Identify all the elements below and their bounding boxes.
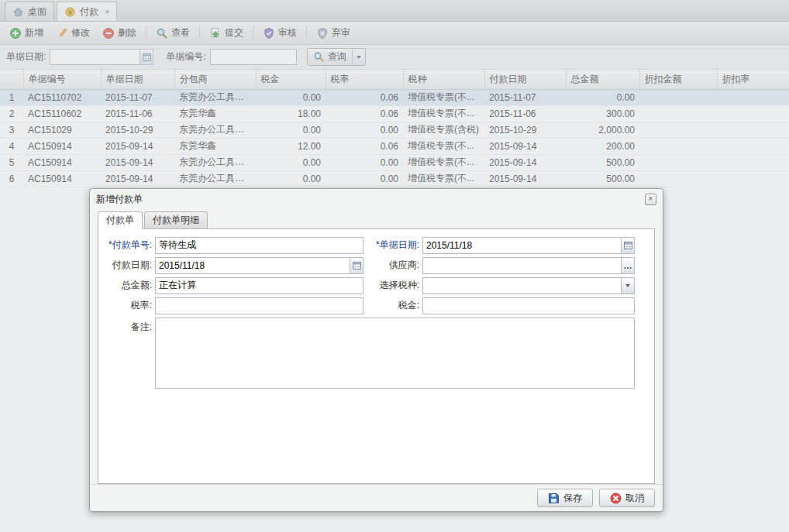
dialog-title: 新增付款单 xyxy=(96,193,645,206)
chevron-down-icon xyxy=(625,284,630,287)
tax-amount-input[interactable] xyxy=(422,297,635,314)
save-button[interactable]: 保存 xyxy=(537,489,593,507)
remark-textarea[interactable] xyxy=(155,317,635,389)
cancel-icon xyxy=(610,493,622,504)
save-icon xyxy=(548,493,560,504)
dialog-header[interactable]: 新增付款单 × xyxy=(90,189,663,210)
dialog-footer: 保存 取消 xyxy=(90,484,663,511)
supplier-input[interactable] xyxy=(422,257,621,274)
save-button-label: 保存 xyxy=(563,492,582,505)
tax-type-input[interactable] xyxy=(422,277,621,294)
close-icon: × xyxy=(649,195,653,203)
pay-date-input[interactable] xyxy=(155,257,350,274)
pay-date-label: 付款日期: xyxy=(101,259,155,272)
total-amount-label: 总金额: xyxy=(101,279,155,292)
dialog-tab-strip: 付款单 付款单明细 xyxy=(90,210,663,228)
tax-type-label: 选择税种: xyxy=(363,279,422,292)
add-payment-dialog: 新增付款单 × 付款单 付款单明细 *付款单号: *单据日期: xyxy=(89,188,663,512)
doc-date-field xyxy=(422,237,635,254)
payment-form-panel: *付款单号: *单据日期: 付款日期: xyxy=(98,228,655,484)
form-row: *付款单号: *单据日期: xyxy=(101,237,654,254)
supplier-field: … xyxy=(422,257,635,274)
cancel-button-label: 取消 xyxy=(625,492,644,505)
ellipsis-icon: … xyxy=(624,261,632,270)
form-row: 备注: xyxy=(101,317,654,389)
tab-label: 付款单 xyxy=(106,214,134,227)
tax-amount-label: 税金: xyxy=(363,299,422,312)
doc-date-label: *单据日期: xyxy=(363,239,422,252)
dialog-close-button[interactable]: × xyxy=(645,194,656,205)
form-row: 总金额: 选择税种: xyxy=(101,277,654,294)
tax-rate-input[interactable] xyxy=(155,297,363,314)
form-row: 税率: 税金: xyxy=(101,297,654,314)
supplier-label: 供应商: xyxy=(363,259,422,272)
tab-payment-form-details[interactable]: 付款单明细 xyxy=(144,211,208,228)
calendar-icon xyxy=(353,261,361,269)
form-row: 付款日期: 供应商: … xyxy=(101,257,654,274)
doc-date-calendar-trigger[interactable] xyxy=(621,237,635,254)
payment-no-label: *付款单号: xyxy=(101,239,155,252)
cancel-button[interactable]: 取消 xyxy=(599,489,655,507)
supplier-lookup-trigger[interactable]: … xyxy=(621,257,635,274)
tax-rate-label: 税率: xyxy=(101,299,155,312)
calendar-icon xyxy=(624,241,632,249)
pay-date-calendar-trigger[interactable] xyxy=(350,257,363,274)
tax-type-dropdown-trigger[interactable] xyxy=(621,277,635,294)
pay-date-field xyxy=(155,257,363,274)
tab-payment-form[interactable]: 付款单 xyxy=(98,211,143,229)
payment-no-input[interactable] xyxy=(155,237,363,254)
doc-date-input[interactable] xyxy=(422,237,621,254)
tax-type-field xyxy=(422,277,635,294)
total-amount-input[interactable] xyxy=(155,277,363,294)
remark-label: 备注: xyxy=(101,317,155,334)
tab-label: 付款单明细 xyxy=(153,214,199,227)
